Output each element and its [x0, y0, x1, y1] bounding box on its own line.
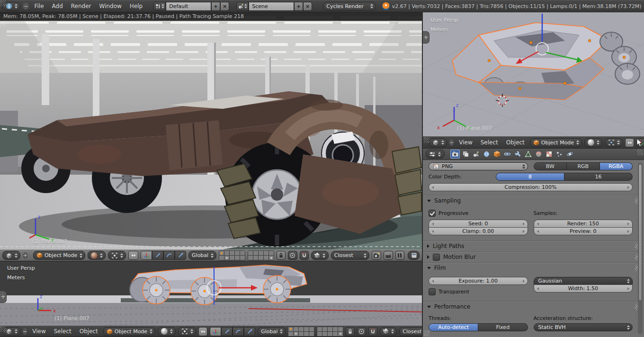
translate-manipulator-button[interactable]: [141, 251, 152, 260]
layers-widget-1[interactable]: [288, 327, 314, 337]
pivot-point-selector[interactable]: [178, 327, 196, 336]
ortho-viewport[interactable]: z y x User Persp Meters (1) Plane.007 +: [422, 12, 644, 136]
viewport-shading-selector[interactable]: [584, 138, 602, 147]
menu-file[interactable]: File: [31, 3, 46, 9]
filter-width-field[interactable]: Width: 1.50: [534, 284, 633, 293]
seed-field[interactable]: Seed: 0: [429, 220, 528, 228]
snap-element-selector[interactable]: [380, 327, 397, 336]
manipulator-toggle[interactable]: ↔: [198, 327, 207, 336]
pivot-point-selector[interactable]: [605, 138, 623, 147]
pause-render-button[interactable]: [395, 251, 404, 260]
rotate-manipulator-button[interactable]: [221, 327, 233, 336]
viewport-shading-selector[interactable]: [88, 251, 106, 260]
tab-constraints[interactable]: [502, 150, 512, 159]
region-expand-tab[interactable]: +: [423, 31, 429, 44]
menu-select[interactable]: Select: [51, 328, 74, 335]
partial-editor-icon-button[interactable]: [408, 251, 420, 260]
area-corner[interactable]: [424, 330, 429, 336]
depth-8-button[interactable]: 8: [496, 173, 564, 181]
tab-modifiers[interactable]: [513, 150, 522, 159]
proportional-edit-button[interactable]: [357, 327, 366, 336]
tab-particles[interactable]: [555, 150, 564, 159]
menu-object[interactable]: Object: [77, 328, 101, 335]
motion-blur-checkbox[interactable]: [433, 254, 440, 261]
scale-manipulator-button[interactable]: [175, 251, 186, 260]
scene-name-field[interactable]: Scene: [249, 2, 294, 11]
motion-blur-panel-header[interactable]: Motion Blur: [423, 252, 644, 262]
collapse-menus-icon[interactable]: −: [23, 328, 27, 335]
tab-physics[interactable]: [565, 150, 574, 159]
snap-target-selector[interactable]: Closest: [331, 251, 369, 260]
menu-help[interactable]: Help: [127, 3, 145, 9]
collapse-menus-icon[interactable]: −: [23, 3, 29, 9]
tab-scene[interactable]: [471, 150, 481, 159]
tab-material[interactable]: [534, 150, 543, 159]
menu-view[interactable]: View: [456, 139, 475, 146]
collapse-menus-icon[interactable]: −: [449, 139, 454, 146]
clamp-field[interactable]: Clamp: 0.00: [429, 227, 528, 235]
acceleration-structure-selector[interactable]: Static BVH: [534, 323, 633, 331]
render-viewport[interactable]: z y Mem: 78.05M, Peak: 78.05M | Scene | …: [0, 12, 422, 249]
tab-texture[interactable]: [544, 150, 554, 159]
layers-widget-2[interactable]: [248, 250, 274, 260]
translate-manipulator-button[interactable]: [210, 327, 221, 336]
menu-object[interactable]: Object: [503, 139, 528, 146]
snap-element-selector[interactable]: [311, 251, 329, 260]
scene-close-button[interactable]: ×: [303, 2, 312, 11]
properties-scrollbar[interactable]: [638, 163, 643, 334]
region-expand-tab[interactable]: +: [0, 291, 7, 303]
menu-render[interactable]: Render: [68, 3, 94, 9]
editor-type-selector[interactable]: [2, 251, 20, 260]
compression-slider[interactable]: Compression: 100%: [429, 183, 633, 191]
mode-selector[interactable]: Object Mode: [530, 138, 582, 147]
opengl-animation-button[interactable]: [384, 251, 393, 260]
mode-selector[interactable]: Object Mode: [33, 251, 85, 260]
exposure-field[interactable]: Exposure: 1.00: [429, 277, 528, 285]
expand-menus-icon[interactable]: +: [23, 252, 28, 259]
tab-object[interactable]: [492, 150, 501, 159]
area-corner[interactable]: [0, 0, 6, 6]
filter-type-selector[interactable]: Gaussian: [534, 277, 633, 285]
tab-world[interactable]: [482, 150, 491, 159]
tab-object-data[interactable]: [523, 150, 533, 159]
scene-add-button[interactable]: +: [294, 2, 303, 11]
editor-type-selector[interactable]: [426, 150, 445, 159]
tab-render-layers[interactable]: [461, 150, 470, 159]
screen-layout-add-button[interactable]: +: [211, 2, 220, 11]
side-viewport[interactable]: z x User Persp Meters (1) Plane.007 +: [0, 261, 422, 326]
channel-rgba-button[interactable]: RGBA: [600, 162, 633, 170]
manipulator-toggle[interactable]: ↔: [128, 251, 138, 260]
screen-layout-close-button[interactable]: ×: [220, 2, 229, 11]
proportional-edit-button[interactable]: [288, 251, 297, 260]
scale-manipulator-button[interactable]: [244, 327, 255, 336]
screen-layout-name-field[interactable]: Default: [166, 2, 211, 11]
menu-select[interactable]: Select: [478, 139, 501, 146]
menu-window[interactable]: Window: [97, 3, 125, 9]
file-format-selector[interactable]: PNG: [429, 162, 528, 170]
threads-auto-detect-button[interactable]: Auto-detect: [429, 323, 478, 331]
layers-widget-1[interactable]: [219, 250, 245, 260]
light-paths-panel-header[interactable]: Light Paths: [423, 241, 644, 251]
channel-bw-button[interactable]: BW: [534, 162, 567, 170]
rotate-arc-manipulator-button[interactable]: [163, 251, 175, 260]
film-panel-header[interactable]: Film: [423, 263, 644, 273]
transparent-checkbox[interactable]: [429, 288, 436, 295]
channel-rgb-button[interactable]: RGB: [567, 162, 600, 170]
progressive-checkbox[interactable]: [429, 210, 436, 217]
screen-layout-browse-button[interactable]: [153, 2, 166, 11]
render-engine-selector[interactable]: Cycles Render: [323, 2, 376, 11]
performance-panel-header[interactable]: Performance: [423, 302, 644, 312]
area-corner[interactable]: [0, 21, 6, 27]
depth-16-button[interactable]: 16: [564, 173, 633, 181]
rotate-arc-manipulator-button[interactable]: [233, 327, 244, 336]
snap-toggle-button[interactable]: [368, 327, 377, 336]
area-corner[interactable]: [637, 150, 643, 155]
menu-add[interactable]: Add: [49, 3, 66, 9]
threads-fixed-button[interactable]: Fixed: [478, 323, 528, 331]
transform-orientation-selector[interactable]: Global: [188, 251, 216, 260]
lock-to-scene-button[interactable]: [277, 251, 286, 260]
sampling-panel-header[interactable]: Sampling: [423, 195, 644, 206]
pivot-point-selector[interactable]: [108, 251, 126, 260]
editor-type-selector[interactable]: [429, 138, 447, 147]
layers-widget-2[interactable]: [317, 327, 343, 337]
